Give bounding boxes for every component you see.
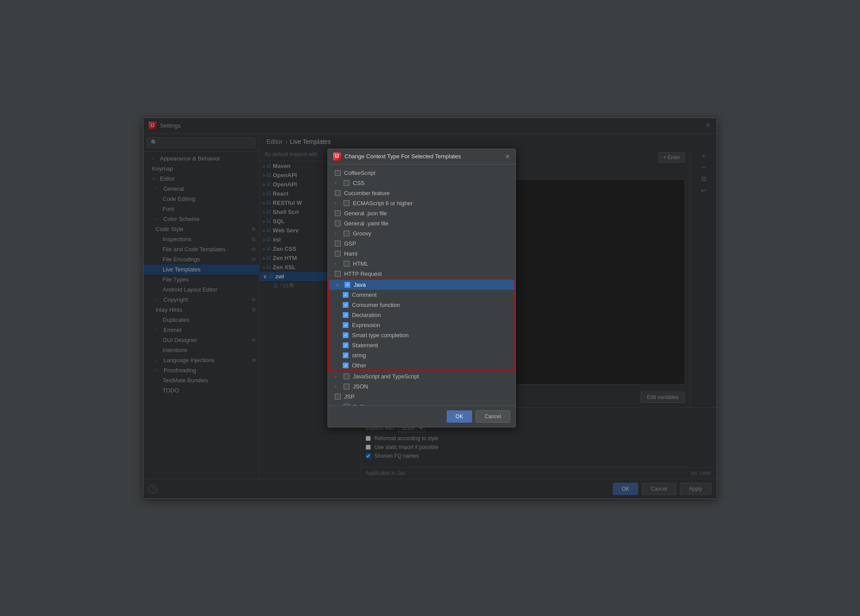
- modal-item-java-comment[interactable]: ✓ Comment: [329, 290, 515, 300]
- java-expression-checkbox[interactable]: ✓: [343, 322, 348, 328]
- item-label: General .json file: [344, 210, 387, 217]
- css-checkbox[interactable]: [344, 180, 349, 186]
- expand-icon: ∨: [336, 282, 341, 287]
- modal-item-jsp[interactable]: JSP: [328, 392, 515, 402]
- item-label: Comment: [352, 292, 377, 298]
- modal-item-java-string[interactable]: ✓ string: [329, 350, 515, 360]
- item-label: Smart type completion: [352, 332, 409, 338]
- java-other-checkbox[interactable]: ✓: [343, 363, 348, 368]
- modal-app-icon: IJ: [333, 153, 341, 160]
- modal-item-groovy[interactable]: › Groovy: [328, 228, 515, 239]
- modal-item-general-json[interactable]: General .json file: [328, 208, 515, 218]
- general-json-checkbox[interactable]: [335, 210, 341, 216]
- item-label: CSS: [353, 180, 365, 186]
- settings-window: IJ Settings ✕ 🔍 › Appearance & Behavior …: [143, 118, 717, 499]
- java-comment-checkbox[interactable]: ✓: [343, 292, 348, 298]
- modal-close-button[interactable]: ✕: [505, 153, 510, 160]
- item-label: Declaration: [352, 312, 381, 318]
- java-checkbox[interactable]: ✓: [345, 282, 350, 288]
- modal-item-ecmascript6[interactable]: › ECMAScript 6 or higher: [328, 198, 515, 208]
- modal-item-java-declaration[interactable]: ✓ Declaration: [329, 310, 515, 320]
- item-label: JSON: [353, 383, 368, 390]
- general-yaml-checkbox[interactable]: [335, 221, 341, 226]
- jsp-checkbox[interactable]: [335, 394, 341, 399]
- expand-icon: ›: [335, 374, 340, 379]
- cucumber-checkbox[interactable]: [335, 190, 341, 196]
- json-checkbox[interactable]: [344, 384, 349, 389]
- modal-item-java-other[interactable]: ✓ Other: [329, 360, 515, 370]
- modal-item-kotlin[interactable]: › Kotlin: [328, 402, 515, 406]
- item-label: Other: [352, 362, 366, 369]
- modal-item-coffeescript[interactable]: CoffeeScript: [328, 168, 515, 178]
- haml-checkbox[interactable]: [335, 251, 341, 256]
- modal-item-html[interactable]: › HTML: [328, 259, 515, 269]
- java-consumer-checkbox[interactable]: ✓: [343, 302, 348, 308]
- item-label: Expression: [352, 322, 380, 328]
- gsp-checkbox[interactable]: [335, 241, 341, 246]
- modal-item-gsp[interactable]: GSP: [328, 239, 515, 249]
- java-smart-checkbox[interactable]: ✓: [343, 332, 348, 338]
- coffeescript-checkbox[interactable]: [335, 170, 341, 176]
- modal-item-http-request[interactable]: HTTP Request: [328, 269, 515, 279]
- modal-cancel-button[interactable]: Cancel: [476, 410, 510, 423]
- item-label: GSP: [344, 240, 356, 247]
- html-checkbox[interactable]: [344, 261, 349, 267]
- modal-item-js-typescript[interactable]: › JavaScript and TypeScript: [328, 371, 515, 381]
- java-statement-checkbox[interactable]: ✓: [343, 342, 348, 348]
- item-label: Groovy: [353, 230, 371, 237]
- groovy-checkbox[interactable]: [344, 231, 349, 236]
- item-label: HTML: [353, 260, 368, 267]
- item-label: Java: [354, 281, 366, 288]
- modal-item-java-consumer[interactable]: ✓ Consumer function: [329, 300, 515, 310]
- item-label: string: [352, 352, 366, 359]
- expand-icon: ›: [335, 181, 340, 185]
- expand-icon: ›: [335, 201, 340, 206]
- modal-item-java[interactable]: ∨ ✓ Java: [329, 280, 515, 290]
- modal-item-css[interactable]: › CSS: [328, 178, 515, 188]
- modal-item-java-smart[interactable]: ✓ Smart type completion: [329, 330, 515, 340]
- modal-title: Change Context Type For Selected Templat…: [345, 153, 461, 160]
- ecmascript6-checkbox[interactable]: [344, 200, 349, 206]
- item-label: ECMAScript 6 or higher: [353, 200, 413, 207]
- modal-item-general-yaml[interactable]: General .yaml file: [328, 218, 515, 228]
- modal-title-bar: IJ Change Context Type For Selected Temp…: [328, 149, 515, 164]
- modal-item-json[interactable]: › JSON: [328, 381, 515, 392]
- java-declaration-checkbox[interactable]: ✓: [343, 312, 348, 318]
- modal-item-java-statement[interactable]: ✓ Statement: [329, 340, 515, 350]
- item-label: CoffeeScript: [344, 170, 375, 176]
- item-label: HTTP Request: [344, 271, 382, 277]
- modal-title-left: IJ Change Context Type For Selected Temp…: [333, 153, 461, 160]
- item-label: JavaScript and TypeScript: [353, 373, 419, 380]
- modal-item-haml[interactable]: Haml: [328, 249, 515, 259]
- item-label: Statement: [352, 342, 378, 349]
- expand-icon: ›: [335, 384, 340, 389]
- modal-overlay: IJ Change Context Type For Selected Temp…: [143, 118, 717, 498]
- expand-icon: ›: [335, 261, 340, 266]
- item-label: Cucumber feature: [344, 190, 390, 196]
- expand-icon: ›: [335, 231, 340, 236]
- java-string-checkbox[interactable]: ✓: [343, 353, 348, 358]
- modal-dialog: IJ Change Context Type For Selected Temp…: [327, 149, 516, 427]
- item-label: General .yaml file: [344, 220, 388, 227]
- js-checkbox[interactable]: [344, 374, 349, 379]
- item-label: JSP: [344, 393, 355, 400]
- java-section-highlight: ∨ ✓ Java ✓ Comment ✓ Consumer function: [328, 279, 515, 371]
- modal-footer: OK Cancel: [328, 406, 515, 427]
- modal-ok-button[interactable]: OK: [447, 410, 472, 423]
- item-label: Consumer function: [352, 302, 400, 308]
- modal-item-cucumber[interactable]: Cucumber feature: [328, 188, 515, 198]
- http-request-checkbox[interactable]: [335, 271, 341, 277]
- item-label: Haml: [344, 250, 357, 257]
- modal-item-java-expression[interactable]: ✓ Expression: [329, 320, 515, 330]
- modal-body: CoffeeScript › CSS Cucumber feature ›: [328, 164, 515, 406]
